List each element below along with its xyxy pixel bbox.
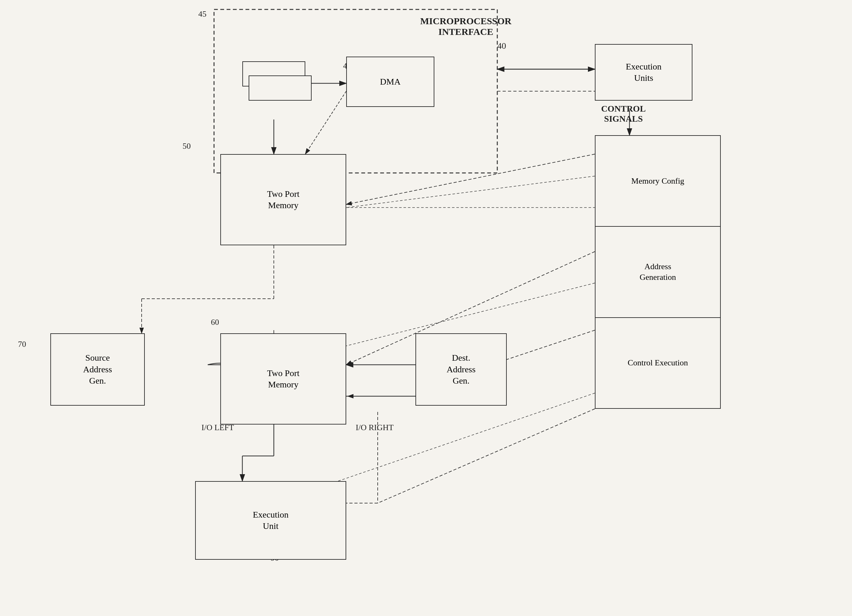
diagram-container: 45 44 48 42 50 70 60 80 90 A B I/O LEFT … — [0, 0, 852, 616]
num-50-label: 50 — [183, 142, 191, 151]
num-70-label: 70 — [18, 340, 26, 349]
svg-line-25 — [346, 176, 595, 208]
control-signals-label: CONTROLSIGNALS — [601, 104, 646, 124]
control-execution-section: Control Execution — [595, 318, 720, 408]
buffer-46 — [249, 75, 311, 101]
svg-line-4 — [346, 154, 595, 204]
two-port-memory-b-label: Two PortMemory — [267, 367, 299, 390]
source-address-gen: SourceAddressGen. — [50, 333, 145, 406]
control-block: Memory Config AddressGeneration Control … — [595, 135, 721, 409]
execution-unit: ExecutionUnit — [195, 481, 346, 560]
execution-units-right: ExecutionUnits — [595, 44, 692, 101]
io-right-label: I/O RIGHT — [356, 423, 394, 432]
dest-address-gen: Dest.AddressGen. — [415, 333, 507, 406]
num-60-label: 60 — [211, 318, 219, 327]
memory-config-section: Memory Config — [595, 136, 720, 227]
num-45-label: 45 — [198, 9, 207, 19]
dest-address-gen-label: Dest.AddressGen. — [447, 352, 476, 386]
address-generation-section: AddressGeneration — [595, 227, 720, 318]
microprocessor-interface-label: MICROPROCESSORINTERFACE — [418, 16, 513, 37]
source-address-gen-label: SourceAddressGen. — [83, 352, 112, 386]
svg-line-20 — [378, 409, 595, 503]
two-port-memory-b: Two PortMemory — [220, 333, 346, 425]
control-execution-label: Control Execution — [628, 357, 688, 368]
dma-box: DMA — [346, 57, 434, 107]
address-generation-label: AddressGeneration — [639, 261, 676, 283]
svg-line-3 — [305, 91, 346, 154]
execution-unit-label: ExecutionUnit — [253, 509, 289, 532]
two-port-memory-a-label: Two PortMemory — [267, 188, 299, 211]
microprocessor-interface-num: 40 — [497, 41, 506, 51]
dma-label: DMA — [380, 76, 400, 87]
memory-config-label: Memory Config — [631, 176, 684, 187]
execution-units-right-label: ExecutionUnits — [626, 61, 662, 84]
two-port-memory-a: Two PortMemory — [220, 154, 346, 245]
